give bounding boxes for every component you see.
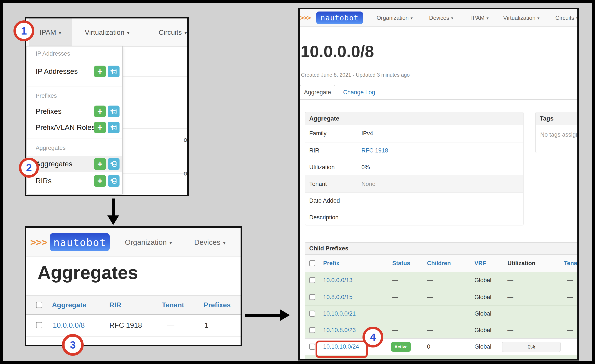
utilization-bar: 0% (502, 342, 561, 352)
add-button[interactable]: + (94, 105, 106, 117)
nav-item-virtualization[interactable]: Virtualization ▾ (78, 18, 136, 46)
dropdown-section-label: Aggregates (36, 145, 66, 151)
nav-item-label: Circuits (159, 28, 182, 36)
table-row: 10.10.0.0/21 — — Global — — (305, 305, 579, 322)
background-text-fragment: or (184, 170, 189, 177)
row-checkbox[interactable] (309, 294, 315, 300)
ipam-dropdown-menu: IP Addresses IP Addresses + (27, 46, 123, 194)
chevron-down-icon: ▾ (411, 16, 413, 21)
add-button[interactable]: + (94, 66, 106, 77)
import-button[interactable] (108, 66, 120, 77)
menu-item-prefix-vlan-roles[interactable]: Prefix/VLAN Roles + (27, 121, 122, 134)
step-annotation-1: 1 (14, 21, 34, 41)
column-header-tenant[interactable]: Tenant (564, 255, 579, 272)
tab-divider (300, 99, 577, 100)
background-divider (123, 128, 187, 129)
nav-item-devices[interactable]: Devices ▾ (194, 228, 226, 257)
tags-card: Tags No tags assigned (535, 112, 579, 153)
menu-item-ip-addresses[interactable]: IP Addresses + (27, 65, 122, 78)
nav-item-organization[interactable]: Organization ▾ (377, 9, 413, 26)
nav-item-virtualization[interactable]: Virtualization ▾ (503, 9, 540, 26)
row-checkbox[interactable] (309, 277, 315, 283)
chevron-down-icon: ▾ (223, 239, 226, 246)
column-header-tenant[interactable]: Tenant (162, 296, 184, 314)
column-header-aggregate[interactable]: Aggregate (52, 296, 86, 314)
menu-item-aggregates[interactable]: Aggregates + (27, 157, 122, 171)
menu-item-label: Prefixes (36, 107, 62, 116)
highlight-box-prefix (316, 341, 368, 358)
column-header-prefix[interactable]: Prefix (323, 255, 340, 272)
chevron-down-icon: ▾ (184, 30, 187, 36)
card-title: Tags (536, 112, 579, 125)
chevron-down-icon: ▾ (538, 16, 539, 21)
nav-item-ipam[interactable]: IPAM ▾ (471, 9, 489, 26)
nav-item-ipam[interactable]: IPAM ▾ (29, 18, 72, 46)
nav-item-label: Virtualization (85, 28, 125, 36)
dropdown-section-label: IP Addresses (36, 50, 70, 57)
import-button[interactable] (108, 158, 120, 170)
step-annotation-3: 3 (62, 334, 84, 356)
rir-link[interactable]: RFC 1918 (361, 142, 388, 159)
menu-item-label: Aggregates (36, 160, 72, 168)
row-checkbox[interactable] (309, 311, 315, 317)
dropdown-section-label: Prefixes (36, 92, 57, 99)
row-checkbox[interactable] (309, 343, 315, 350)
menu-item-rirs[interactable]: RIRs + (27, 174, 122, 188)
prefix-link[interactable]: 10.0.0.0/13 (323, 272, 353, 288)
nautobot-logo[interactable]: nautobot (50, 233, 110, 251)
column-header-status[interactable]: Status (392, 255, 410, 272)
add-button[interactable]: + (94, 122, 106, 133)
menu-divider (27, 139, 122, 139)
table-row: 10.0.0.0/8 RFC 1918 — 1 (26, 315, 241, 337)
background-divider (123, 77, 187, 77)
import-button[interactable] (108, 105, 120, 117)
import-icon (110, 124, 117, 131)
step-annotation-4: 4 (362, 327, 383, 348)
column-header-prefixes[interactable]: Prefixes (204, 296, 231, 314)
table-header-row: Prefix Status Children VRF Utilization T… (305, 255, 579, 272)
tutorial-canvas: IPAM ▾ Virtualization ▾ Circuits ▾ or or… (0, 0, 595, 364)
row-checkbox[interactable] (36, 322, 42, 328)
import-icon (110, 68, 117, 75)
nav-item-circuits[interactable]: Circuits ▾ (150, 18, 189, 46)
detail-row-rir: RIR RFC 1918 (305, 142, 523, 159)
step-annotation-2: 2 (19, 158, 39, 178)
background-text-fragment: or (184, 136, 189, 143)
column-header-children[interactable]: Children (427, 255, 451, 272)
tab-aggregate[interactable]: Aggregate (300, 85, 335, 100)
import-icon (110, 177, 117, 184)
nav-item-circuits[interactable]: Circuits ▾ (555, 9, 578, 26)
prefix-link[interactable]: 10.8.0.0/15 (323, 289, 353, 305)
prefix-link[interactable]: 10.10.8.0/23 (323, 322, 356, 338)
flow-arrow-right (245, 314, 280, 317)
nav-item-devices[interactable]: Devices ▾ (429, 9, 453, 26)
import-button[interactable] (108, 175, 120, 187)
table-row: 10.0.0.0/13 — — Global — — (305, 272, 579, 289)
detail-row-description: Description — (305, 209, 523, 225)
menu-item-label: IP Addresses (36, 67, 78, 76)
ipam-menu-panel: IPAM ▾ Virtualization ▾ Circuits ▾ or or… (25, 17, 189, 196)
chevron-down-icon: ▾ (487, 16, 489, 21)
flow-arrow-down (112, 198, 115, 216)
menu-divider (27, 86, 122, 86)
aggregates-list-panel: >>> nautobot Organization ▾ Devices ▾ Ag… (25, 226, 242, 346)
select-all-checkbox[interactable] (309, 260, 315, 266)
menu-item-label: RIRs (36, 177, 51, 185)
prefix-link[interactable]: 10.10.0.0/21 (323, 306, 356, 322)
flow-arrow-right-head (280, 309, 290, 321)
background-divider (123, 173, 187, 174)
row-checkbox[interactable] (309, 327, 315, 333)
add-button[interactable]: + (94, 158, 106, 170)
aggregate-link[interactable]: 10.0.0.0/8 (53, 315, 85, 336)
flow-arrow-down-head (107, 216, 119, 225)
import-button[interactable] (108, 122, 120, 133)
nautobot-logo[interactable]: nautobot (316, 12, 363, 24)
select-all-checkbox[interactable] (36, 302, 42, 308)
column-header-vrf[interactable]: VRF (475, 255, 486, 272)
add-button[interactable]: + (94, 175, 106, 187)
chevron-down-icon: ▾ (59, 30, 61, 36)
column-header-rir[interactable]: RIR (109, 296, 121, 314)
menu-item-prefixes[interactable]: Prefixes + (27, 105, 122, 118)
tab-change-log[interactable]: Change Log (343, 85, 375, 100)
nav-item-organization[interactable]: Organization ▾ (125, 228, 172, 257)
